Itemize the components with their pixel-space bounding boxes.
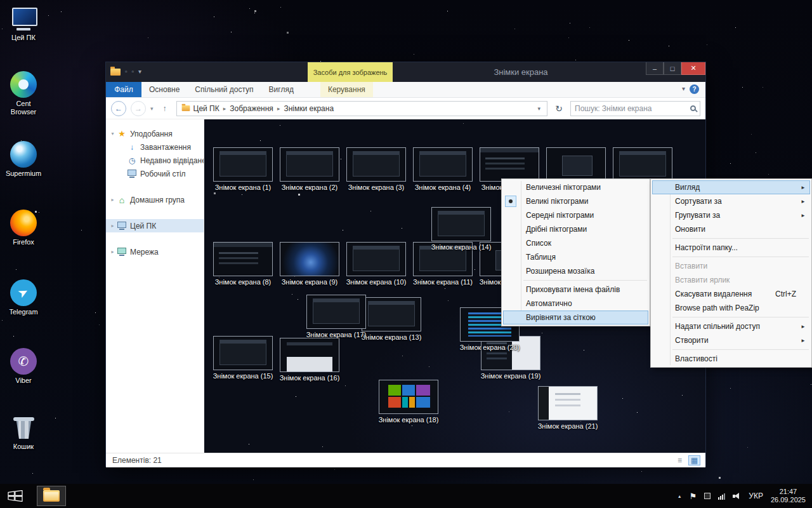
view-option-hide-filenames[interactable]: Приховувати імена файлів bbox=[503, 283, 648, 297]
breadcrumb-item[interactable]: Цей ПК bbox=[193, 104, 219, 113]
view-option-details[interactable]: Таблиця bbox=[503, 250, 648, 264]
sidebar-item[interactable]: ▸Цей ПК bbox=[106, 219, 204, 232]
desktop[interactable]: Цей ПКCent BrowserSupermiumFirefoxTelegr… bbox=[0, 0, 812, 484]
volume-icon[interactable] bbox=[733, 493, 741, 499]
desktop-icon-supermium[interactable]: Supermium bbox=[3, 141, 44, 178]
view-option-align-to-grid[interactable]: Вирівняти за сіткою bbox=[503, 311, 648, 324]
breadcrumb-item[interactable]: Зображення bbox=[230, 104, 273, 113]
sidebar-item[interactable]: ↓Завантаження bbox=[106, 140, 204, 154]
file-thumbnail bbox=[213, 147, 273, 182]
sidebar-item[interactable]: ▾★Уподобання bbox=[106, 127, 204, 140]
title-bar[interactable]: ▫ ▫ ▾ Засоби для зображень Знімки екрана… bbox=[106, 62, 705, 82]
file-item[interactable]: Знімок екрана (8) bbox=[211, 242, 275, 286]
context-menu-group-by[interactable]: Групувати за► bbox=[652, 208, 810, 222]
desktop-icon-recycle-bin[interactable]: Кошик bbox=[3, 414, 44, 451]
context-menu-refresh[interactable]: Оновити bbox=[652, 222, 810, 236]
menu-separator bbox=[672, 257, 809, 257]
file-item[interactable]: Знімок екрана (13) bbox=[360, 297, 423, 342]
file-item[interactable]: Знімок екрана (17) bbox=[304, 295, 368, 339]
view-option-large-icons[interactable]: Великі піктограми bbox=[503, 194, 648, 208]
context-menu-new[interactable]: Створити► bbox=[652, 333, 810, 347]
thumbnail-view-button[interactable]: ▦ bbox=[688, 455, 700, 465]
context-menu-paste[interactable]: Вставити bbox=[652, 259, 810, 273]
breadcrumb[interactable]: Цей ПК▸Зображення▸Знімки екрана ▾ bbox=[176, 101, 547, 116]
window-title: Знімки екрана bbox=[494, 67, 547, 77]
view-option-small-icons[interactable]: Дрібні піктограми bbox=[503, 222, 648, 236]
file-item[interactable]: Знімок екрана (10) bbox=[344, 242, 408, 286]
sidebar-item[interactable]: ◷Недавно відвідане bbox=[106, 154, 204, 167]
context-menu-browse-peazip[interactable]: Browse path with PeaZip bbox=[652, 301, 810, 315]
desktop-icon-telegram[interactable]: Telegram bbox=[3, 279, 44, 316]
file-item[interactable]: Знімок екрана (21) bbox=[536, 386, 599, 431]
downloads-icon: ↓ bbox=[127, 143, 137, 152]
desktop-icon-viber[interactable]: Viber bbox=[3, 348, 44, 385]
sidebar-item[interactable]: ▸Мережа bbox=[106, 245, 204, 258]
ribbon-expand-icon[interactable]: ▾ bbox=[682, 85, 685, 92]
view-option-medium-icons[interactable]: Середні піктограми bbox=[503, 208, 648, 222]
file-item[interactable]: Знімок екрана (18) bbox=[377, 380, 440, 424]
forward-button[interactable]: → bbox=[131, 101, 146, 116]
details-view-button[interactable]: ≡ bbox=[674, 455, 686, 465]
file-item[interactable]: Знімок екрана (4) bbox=[411, 147, 475, 192]
file-label: Знімок екрана (9) bbox=[278, 278, 341, 286]
address-dropdown-icon[interactable]: ▾ bbox=[537, 105, 540, 112]
network-icon[interactable] bbox=[718, 493, 725, 500]
up-button[interactable]: ↑ bbox=[158, 102, 172, 116]
sidebar-item-label: Робочий стіл bbox=[140, 170, 186, 178]
close-button[interactable]: ✕ bbox=[681, 62, 705, 75]
context-menu-undo-delete[interactable]: Скасувати видаленняCtrl+Z bbox=[652, 287, 810, 301]
view-option-list[interactable]: Список bbox=[503, 236, 648, 250]
refresh-icon[interactable]: ↻ bbox=[552, 102, 566, 116]
view-option-extra-large-icons[interactable]: Величезні піктограми bbox=[503, 180, 648, 194]
qat-dropdown-icon[interactable]: ▾ bbox=[138, 67, 141, 76]
menu-item-label: Величезні піктограми bbox=[526, 183, 634, 192]
context-menu-customize-folder[interactable]: Настроїти папку... bbox=[652, 241, 810, 255]
history-dropdown-icon[interactable]: ▾ bbox=[150, 105, 154, 112]
file-thumbnail bbox=[346, 147, 406, 182]
search-input[interactable] bbox=[575, 104, 690, 113]
view-option-auto-arrange[interactable]: Автоматично bbox=[503, 297, 648, 311]
view-option-expanded-tiles[interactable]: Розширена мозаїка bbox=[503, 264, 648, 278]
file-item[interactable]: Знімок екрана (3) bbox=[344, 147, 408, 192]
desktop-icon-cent-browser[interactable]: Cent Browser bbox=[3, 71, 44, 116]
tab-manage[interactable]: Керування bbox=[320, 82, 373, 97]
qat-button2-icon[interactable]: ▫ bbox=[132, 67, 134, 76]
back-button[interactable]: ← bbox=[111, 101, 126, 116]
tray-app-icon[interactable] bbox=[704, 493, 710, 499]
action-center-flag-icon[interactable]: ⚑ bbox=[690, 491, 697, 501]
language-indicator[interactable]: УКР bbox=[749, 491, 763, 500]
file-item[interactable]: Знімок екрана (14) bbox=[429, 207, 493, 251]
desktop-icon-firefox[interactable]: Firefox bbox=[3, 210, 44, 246]
breadcrumb-item[interactable]: Знімки екрана bbox=[284, 104, 334, 113]
context-menu-share-with[interactable]: Надати спільний доступ► bbox=[652, 319, 810, 333]
file-item[interactable]: Знімок екрана (9) bbox=[278, 242, 341, 286]
tray-expand-icon[interactable]: ▲ bbox=[678, 494, 682, 498]
file-item[interactable]: Знімок екрана (15) bbox=[211, 336, 275, 380]
picture-tools-tab[interactable]: Засоби для зображень bbox=[308, 62, 393, 82]
menu-item-label: Вирівняти за сіткою bbox=[526, 313, 634, 322]
context-menu-sort-by[interactable]: Сортувати за► bbox=[652, 194, 810, 208]
ribbon-tab[interactable]: Вигляд bbox=[261, 82, 301, 97]
tab-file[interactable]: Файл bbox=[106, 82, 141, 97]
file-item[interactable]: Знімок екрана (1) bbox=[211, 147, 275, 192]
start-button[interactable] bbox=[0, 484, 30, 508]
context-menu-view[interactable]: Вигляд► bbox=[652, 180, 810, 194]
taskbar-clock[interactable]: 21:47 26.09.2025 bbox=[771, 488, 806, 504]
window-controls: – □ ✕ bbox=[646, 62, 705, 75]
help-icon[interactable]: ? bbox=[690, 84, 699, 94]
context-menu-properties[interactable]: Властивості bbox=[652, 352, 810, 366]
ribbon-tab[interactable]: Спільний доступ bbox=[187, 82, 261, 97]
qat-button-icon[interactable]: ▫ bbox=[125, 67, 128, 76]
minimize-button[interactable]: – bbox=[646, 62, 664, 75]
desktop-icon-this-pc[interactable]: Цей ПК bbox=[3, 5, 44, 42]
context-menu-paste-shortcut[interactable]: Вставити ярлик bbox=[652, 273, 810, 287]
ribbon-tab[interactable]: Основне bbox=[141, 82, 187, 97]
taskbar-explorer-button[interactable] bbox=[37, 486, 66, 506]
file-item[interactable]: Знімок екрана (2) bbox=[278, 147, 341, 192]
sidebar-item[interactable]: Робочий стіл bbox=[106, 167, 204, 180]
file-item[interactable]: Знімок екрана (16) bbox=[278, 338, 341, 382]
search-box[interactable] bbox=[570, 101, 700, 116]
sidebar-item[interactable]: ▸⌂Домашня група bbox=[106, 193, 204, 206]
menu-item-label: Розширена мозаїка bbox=[526, 267, 634, 276]
maximize-button[interactable]: □ bbox=[664, 62, 681, 75]
